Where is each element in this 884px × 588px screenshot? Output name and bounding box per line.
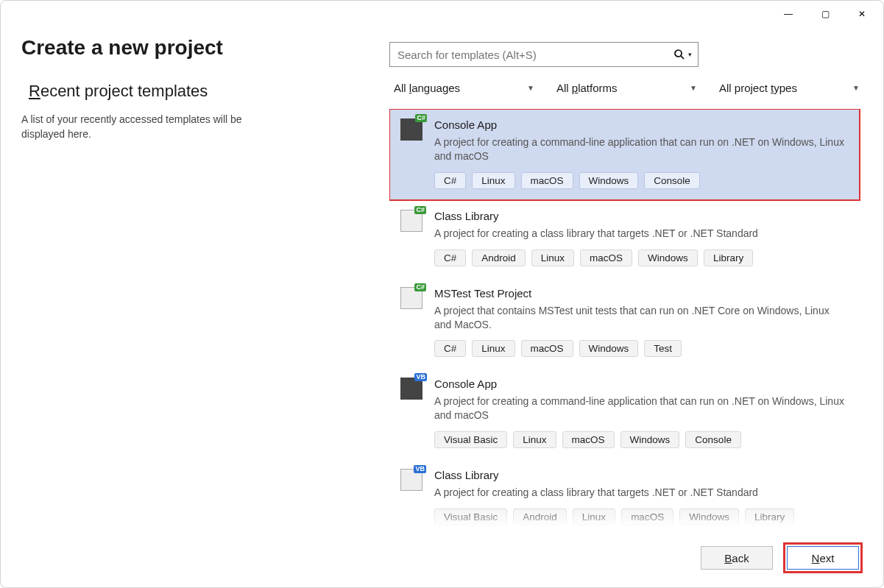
recent-templates-heading: Recent project templates (29, 82, 360, 101)
template-tag: Windows (620, 431, 680, 448)
language-badge: VB (414, 373, 427, 381)
template-icon: C# (400, 210, 422, 232)
template-title: MSTest Test Project (434, 287, 849, 300)
template-title: Class Library (434, 210, 849, 222)
minimize-button[interactable]: — (771, 2, 805, 26)
template-list[interactable]: C#Console AppA project for creating a co… (389, 109, 863, 528)
template-item[interactable]: C#Console AppA project for creating a co… (389, 109, 860, 200)
template-item[interactable]: VBClass LibraryA project for creating a … (389, 459, 860, 528)
close-button[interactable]: ✕ (845, 2, 879, 26)
recent-templates-empty: A list of your recently accessed templat… (21, 113, 272, 141)
template-tag: Windows (579, 340, 639, 357)
language-badge: C# (415, 114, 427, 122)
template-tag: Linux (472, 172, 515, 189)
next-button[interactable]: Next (787, 546, 859, 570)
filter-label: All languages (394, 82, 460, 94)
template-tag: C# (434, 172, 466, 189)
filter-dropdown-1[interactable]: All platforms▼ (552, 80, 700, 96)
back-button[interactable]: Back (701, 546, 773, 570)
template-description: A project for creating a command-line ap… (434, 135, 849, 163)
filter-label: All platforms (556, 82, 618, 94)
template-item[interactable]: C#Class LibraryA project for creating a … (389, 200, 860, 277)
template-tag: Visual Basic (434, 431, 507, 448)
template-tag: macOS (621, 509, 673, 525)
template-description: A project for creating a command-line ap… (434, 394, 849, 422)
filter-dropdown-0[interactable]: All languages▼ (389, 80, 537, 96)
template-tag: Windows (679, 509, 739, 525)
template-tag: Linux (531, 249, 574, 266)
search-input[interactable] (396, 48, 673, 62)
window-controls: — ▢ ✕ (767, 1, 883, 27)
template-tag: Console (685, 431, 741, 448)
filter-dropdown-2[interactable]: All project types▼ (715, 80, 863, 96)
template-description: A project for creating a class library t… (434, 486, 849, 500)
template-tag: Test (644, 340, 682, 357)
template-tag: Linux (573, 509, 615, 525)
template-title: Console App (434, 378, 849, 390)
filter-label: All project types (719, 82, 797, 94)
chevron-down-icon: ▼ (527, 84, 534, 92)
template-tag: macOS (521, 172, 573, 189)
svg-point-0 (675, 50, 682, 57)
template-tag: macOS (562, 431, 615, 448)
template-icon: VB (400, 469, 422, 491)
template-title: Console App (434, 118, 849, 131)
search-box[interactable]: ▾ (389, 42, 699, 67)
language-badge: VB (414, 465, 426, 473)
template-tag: Library (745, 509, 794, 525)
chevron-down-icon: ▼ (690, 84, 697, 92)
template-description: A project that contains MSTest unit test… (434, 304, 849, 332)
svg-line-1 (681, 56, 684, 59)
template-icon: VB (400, 378, 422, 400)
template-item[interactable]: C#MSTest Test ProjectA project that cont… (389, 277, 860, 369)
template-tag: C# (434, 249, 466, 266)
template-tag: Windows (579, 172, 639, 189)
template-tag: Console (644, 172, 700, 189)
template-tag: macOS (521, 340, 573, 357)
template-tag: Windows (638, 249, 698, 266)
language-badge: C# (414, 283, 426, 291)
template-item[interactable]: VBConsole AppA project for creating a co… (389, 368, 860, 459)
template-tag: Android (513, 509, 567, 525)
template-title: Class Library (434, 469, 849, 481)
template-icon: C# (400, 287, 422, 309)
template-tag: C# (434, 340, 466, 357)
language-badge: C# (414, 206, 426, 214)
template-tag: Library (704, 249, 753, 266)
page-title: Create a new project (21, 36, 360, 60)
template-tag: Linux (472, 340, 515, 357)
search-icon[interactable]: ▾ (673, 49, 692, 60)
template-tag: macOS (580, 249, 632, 266)
chevron-down-icon: ▼ (852, 84, 860, 92)
template-icon: C# (400, 118, 422, 141)
chevron-down-icon[interactable]: ▾ (688, 51, 692, 58)
template-tag: Linux (513, 431, 556, 448)
template-tag: Android (472, 249, 526, 266)
template-tag: Visual Basic (434, 509, 507, 525)
maximize-button[interactable]: ▢ (808, 2, 842, 26)
template-description: A project for creating a class library t… (434, 227, 849, 241)
next-button-highlight: Next (783, 542, 863, 573)
